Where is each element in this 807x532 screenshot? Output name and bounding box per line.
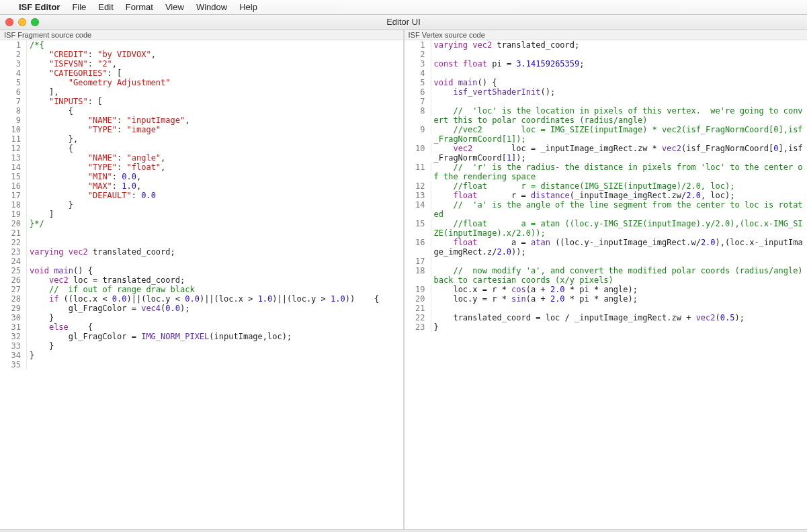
code-text[interactable]: isf_vertShaderInit(); bbox=[434, 87, 808, 97]
code-text[interactable]: ] bbox=[30, 210, 403, 219]
code-text[interactable] bbox=[30, 238, 403, 247]
code-text[interactable]: loc.x = r * cos(a + 2.0 * pi * angle); bbox=[434, 285, 808, 294]
code-line[interactable]: 24 bbox=[0, 257, 403, 266]
menu-edit[interactable]: Edit bbox=[98, 2, 113, 12]
vertex-editor[interactable]: 1varying vec2 translated_coord;2 3const … bbox=[405, 40, 808, 529]
menu-file[interactable]: File bbox=[72, 2, 86, 12]
code-line[interactable]: 34} bbox=[0, 351, 403, 360]
code-text[interactable]: // 'r' is the radius- the distance in pi… bbox=[434, 163, 808, 181]
menu-view[interactable]: View bbox=[165, 2, 184, 12]
code-text[interactable]: varying vec2 translated_coord; bbox=[434, 40, 808, 50]
code-text[interactable] bbox=[30, 360, 403, 369]
code-line[interactable]: 33 } bbox=[0, 341, 403, 351]
code-text[interactable]: //vec2 loc = IMG_SIZE(inputImage) * vec2… bbox=[434, 125, 808, 144]
code-line[interactable]: 23varying vec2 translated_coord; bbox=[0, 247, 403, 257]
code-line[interactable]: 15 "MIN": 0.0, bbox=[0, 172, 403, 181]
code-line[interactable]: 35 bbox=[0, 360, 403, 369]
code-text[interactable]: const float pi = 3.14159265359; bbox=[434, 59, 808, 69]
code-text[interactable]: gl_FragColor = IMG_NORM_PIXEL(inputImage… bbox=[30, 332, 403, 341]
code-line[interactable]: 29 gl_FragColor = vec4(0.0); bbox=[0, 304, 403, 313]
code-text[interactable]: if ((loc.x < 0.0)||(loc.y < 0.0)||(loc.x… bbox=[30, 294, 403, 304]
fragment-editor[interactable]: 1/*{2 "CREDIT": "by VIDVOX",3 "ISFVSN": … bbox=[0, 40, 403, 529]
code-line[interactable]: 13 float r = distance(_inputImage_imgRec… bbox=[405, 191, 808, 200]
code-text[interactable]: /*{ bbox=[30, 40, 403, 50]
code-line[interactable]: 5 "Geometry Adjustment" bbox=[0, 78, 403, 87]
code-text[interactable]: "CREDIT": "by VIDVOX", bbox=[30, 50, 403, 59]
code-line[interactable]: 19 loc.x = r * cos(a + 2.0 * pi * angle)… bbox=[405, 285, 808, 294]
code-text[interactable]: "TYPE": "float", bbox=[30, 163, 403, 172]
menu-format[interactable]: Format bbox=[126, 2, 153, 12]
code-text[interactable] bbox=[434, 304, 808, 313]
pane-divider[interactable] bbox=[404, 30, 405, 529]
code-text[interactable] bbox=[434, 257, 808, 266]
code-line[interactable]: 19 ] bbox=[0, 210, 403, 219]
code-text[interactable] bbox=[434, 50, 808, 59]
code-text[interactable]: // if out of range draw black bbox=[30, 285, 403, 294]
code-text[interactable]: }, bbox=[30, 134, 403, 144]
code-text[interactable] bbox=[30, 257, 403, 266]
code-line[interactable]: 11 // 'r' is the radius- the distance in… bbox=[405, 163, 808, 181]
code-line[interactable]: 9 //vec2 loc = IMG_SIZE(inputImage) * ve… bbox=[405, 125, 808, 144]
code-text[interactable]: float a = atan ((loc.y-_inputImage_imgRe… bbox=[434, 238, 808, 257]
code-text[interactable]: } bbox=[30, 341, 403, 351]
code-text[interactable]: } bbox=[30, 351, 403, 360]
code-line[interactable]: 5void main() { bbox=[405, 78, 808, 87]
window-titlebar[interactable]: Editor UI bbox=[0, 15, 807, 30]
code-text[interactable]: "NAME": "angle", bbox=[30, 153, 403, 163]
code-line[interactable]: 20 loc.y = r * sin(a + 2.0 * pi * angle)… bbox=[405, 294, 808, 304]
zoom-window-button[interactable] bbox=[31, 18, 39, 26]
code-text[interactable]: gl_FragColor = vec4(0.0); bbox=[30, 304, 403, 313]
menu-help[interactable]: Help bbox=[239, 2, 257, 12]
menu-window[interactable]: Window bbox=[196, 2, 227, 12]
code-line[interactable]: 10 "TYPE": "image" bbox=[0, 125, 403, 134]
code-line[interactable]: 15 //float a = atan ((loc.y-IMG_SIZE(inp… bbox=[405, 219, 808, 238]
code-line[interactable]: 18 // now modify 'a', and convert the mo… bbox=[405, 266, 808, 285]
code-line[interactable]: 7 bbox=[405, 97, 808, 106]
code-line[interactable]: 10 vec2 loc = _inputImage_imgRect.zw * v… bbox=[405, 144, 808, 163]
code-line[interactable]: 3const float pi = 3.14159265359; bbox=[405, 59, 808, 69]
code-text[interactable]: //float a = atan ((loc.y-IMG_SIZE(inputI… bbox=[434, 219, 808, 238]
code-text[interactable]: ], bbox=[30, 87, 403, 97]
code-text[interactable] bbox=[434, 69, 808, 78]
code-text[interactable]: "ISFVSN": "2", bbox=[30, 59, 403, 69]
code-line[interactable]: 4 "CATEGORIES": [ bbox=[0, 69, 403, 78]
code-line[interactable]: 13 "NAME": "angle", bbox=[0, 153, 403, 163]
code-text[interactable]: float r = distance(_inputImage_imgRect.z… bbox=[434, 191, 808, 200]
code-text[interactable]: "INPUTS": [ bbox=[30, 97, 403, 106]
code-line[interactable]: 30 } bbox=[0, 313, 403, 322]
code-text[interactable]: "MIN": 0.0, bbox=[30, 172, 403, 181]
code-text[interactable]: loc.y = r * sin(a + 2.0 * pi * angle); bbox=[434, 294, 808, 304]
code-line[interactable]: 22 translated_coord = loc / _inputImage_… bbox=[405, 313, 808, 322]
code-line[interactable]: 6 isf_vertShaderInit(); bbox=[405, 87, 808, 97]
code-line[interactable]: 16 float a = atan ((loc.y-_inputImage_im… bbox=[405, 238, 808, 257]
code-line[interactable]: 26 vec2 loc = translated_coord; bbox=[0, 275, 403, 285]
code-line[interactable]: 21 bbox=[405, 304, 808, 313]
code-line[interactable]: 21 bbox=[0, 228, 403, 238]
code-text[interactable]: }*/ bbox=[30, 219, 403, 228]
code-line[interactable]: 20}*/ bbox=[0, 219, 403, 228]
code-text[interactable]: "DEFAULT": 0.0 bbox=[30, 191, 403, 200]
code-line[interactable]: 1varying vec2 translated_coord; bbox=[405, 40, 808, 50]
code-line[interactable]: 28 if ((loc.x < 0.0)||(loc.y < 0.0)||(lo… bbox=[0, 294, 403, 304]
code-line[interactable]: 8 { bbox=[0, 106, 403, 116]
code-line[interactable]: 12 //float r = distance(IMG_SIZE(inputIm… bbox=[405, 181, 808, 191]
code-line[interactable]: 2 bbox=[405, 50, 808, 59]
code-line[interactable]: 31 else { bbox=[0, 322, 403, 332]
code-text[interactable]: void main() { bbox=[434, 78, 808, 87]
code-line[interactable]: 14 "TYPE": "float", bbox=[0, 163, 403, 172]
code-line[interactable]: 12 { bbox=[0, 144, 403, 153]
code-line[interactable]: 2 "CREDIT": "by VIDVOX", bbox=[0, 50, 403, 59]
code-line[interactable]: 11 }, bbox=[0, 134, 403, 144]
code-line[interactable]: 16 "MAX": 1.0, bbox=[0, 181, 403, 191]
code-text[interactable]: translated_coord = loc / _inputImage_img… bbox=[434, 313, 808, 322]
close-window-button[interactable] bbox=[5, 18, 13, 26]
code-text[interactable]: } bbox=[434, 322, 808, 332]
code-text[interactable]: "MAX": 1.0, bbox=[30, 181, 403, 191]
code-text[interactable]: else { bbox=[30, 322, 403, 332]
code-line[interactable]: 18 } bbox=[0, 200, 403, 210]
code-text[interactable]: //float r = distance(IMG_SIZE(inputImage… bbox=[434, 181, 808, 191]
code-line[interactable]: 7 "INPUTS": [ bbox=[0, 97, 403, 106]
code-text[interactable]: } bbox=[30, 313, 403, 322]
code-line[interactable]: 27 // if out of range draw black bbox=[0, 285, 403, 294]
code-text[interactable]: { bbox=[30, 144, 403, 153]
